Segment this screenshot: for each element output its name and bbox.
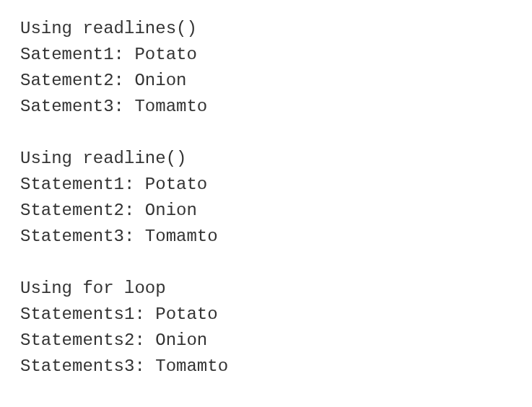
- output-line: Statement3: Tomamto: [20, 224, 512, 250]
- output-line: Statement2: Onion: [20, 198, 512, 224]
- output-line: Satement2: Onion: [20, 68, 512, 94]
- output-block-readline: Using readline() Statement1: Potato Stat…: [20, 146, 512, 250]
- output-line: Statements2: Onion: [20, 328, 512, 354]
- output-block-readlines: Using readlines() Satement1: Potato Sate…: [20, 16, 512, 120]
- block-header: Using readlines(): [20, 16, 512, 42]
- block-header: Using for loop: [20, 276, 512, 302]
- output-line: Statements3: Tomamto: [20, 354, 512, 380]
- output-block-forloop: Using for loop Statements1: Potato State…: [20, 276, 512, 380]
- output-line: Satement1: Potato: [20, 42, 512, 68]
- output-line: Satement3: Tomamto: [20, 94, 512, 120]
- block-header: Using readline(): [20, 146, 512, 172]
- output-line: Statement1: Potato: [20, 172, 512, 198]
- output-line: Statements1: Potato: [20, 302, 512, 328]
